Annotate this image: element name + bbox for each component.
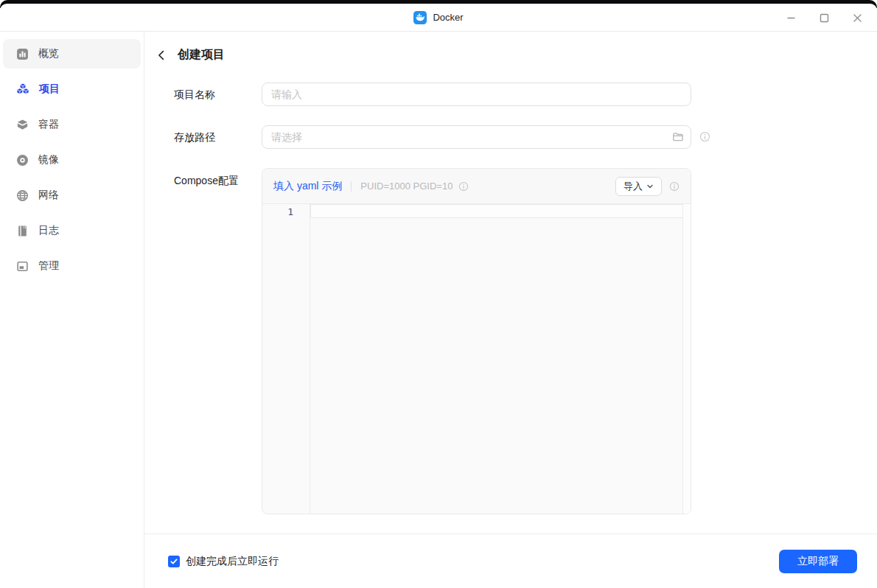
overview-icon xyxy=(16,48,29,60)
sidebar-item-network[interactable]: 网络 xyxy=(3,181,141,210)
yaml-example-link[interactable]: 填入 yaml 示例 xyxy=(273,180,342,193)
sidebar: 概览 项目 容器 xyxy=(0,32,144,588)
sidebar-item-containers[interactable]: 容器 xyxy=(3,110,141,139)
minimize-icon[interactable] xyxy=(781,8,800,27)
storage-path-label: 存放路径 xyxy=(174,125,215,149)
app-title: Docker xyxy=(413,11,463,24)
logs-icon xyxy=(16,225,29,237)
sidebar-item-logs[interactable]: 日志 xyxy=(3,216,141,245)
run-after-create-label: 创建完成后立即运行 xyxy=(186,555,279,568)
sidebar-item-label: 网络 xyxy=(38,189,59,202)
window-title: Docker xyxy=(433,12,463,23)
main-content: 创建项目 项目名称 存放路径 xyxy=(144,32,877,588)
sidebar-item-label: 概览 xyxy=(38,47,59,60)
project-name-label: 项目名称 xyxy=(174,83,215,106)
storage-path-input[interactable] xyxy=(262,125,691,149)
sidebar-item-manage[interactable]: 管理 xyxy=(3,251,141,281)
window-controls xyxy=(781,4,867,32)
docker-logo-icon xyxy=(413,11,427,24)
sidebar-item-label: 项目 xyxy=(39,83,60,96)
storage-path-info-icon[interactable] xyxy=(699,131,710,142)
editor-scrollbar-track[interactable] xyxy=(683,204,691,514)
folder-icon[interactable] xyxy=(672,131,684,146)
editor-active-line xyxy=(310,204,683,218)
back-icon[interactable] xyxy=(155,49,168,62)
compose-toolbar: 填入 yaml 示例 PUID=1000 PGID=10 导入 xyxy=(262,169,691,204)
import-button[interactable]: 导入 xyxy=(615,177,662,196)
images-icon xyxy=(16,154,29,167)
containers-icon xyxy=(16,119,29,131)
sidebar-item-overview[interactable]: 概览 xyxy=(3,39,141,69)
maximize-icon[interactable] xyxy=(814,8,834,27)
network-icon xyxy=(16,189,29,202)
env-hint-info-icon[interactable] xyxy=(458,181,469,192)
sidebar-item-label: 管理 xyxy=(38,259,59,273)
editor-line-number: 1 xyxy=(262,204,310,514)
sidebar-item-images[interactable]: 镜像 xyxy=(3,145,141,175)
toolbar-divider xyxy=(351,181,352,192)
sidebar-item-label: 镜像 xyxy=(38,153,59,167)
storage-path-field xyxy=(262,125,691,149)
compose-config-label: Compose配置 xyxy=(174,174,239,187)
project-name-input[interactable] xyxy=(262,83,691,106)
title-bar[interactable]: Docker xyxy=(0,4,877,32)
projects-icon xyxy=(16,83,29,96)
docker-app-window: Docker 概览 xyxy=(0,4,877,588)
yaml-editor[interactable]: 1 xyxy=(262,204,691,514)
deploy-button[interactable]: 立即部署 xyxy=(779,550,857,573)
check-icon xyxy=(170,557,178,566)
sidebar-item-projects[interactable]: 项目 xyxy=(3,74,141,104)
close-icon[interactable] xyxy=(848,8,867,27)
manage-icon xyxy=(16,260,29,273)
page-title: 创建项目 xyxy=(178,47,225,63)
env-hint-text: PUID=1000 PGID=10 xyxy=(360,181,453,192)
page-header: 创建项目 xyxy=(155,47,225,63)
chevron-down-icon xyxy=(646,183,654,190)
sidebar-item-label: 日志 xyxy=(38,224,59,237)
import-info-icon[interactable] xyxy=(669,181,679,192)
compose-config-box: 填入 yaml 示例 PUID=1000 PGID=10 导入 xyxy=(262,168,691,514)
footer-bar: 创建完成后立即运行 立即部署 xyxy=(144,533,877,588)
import-button-label: 导入 xyxy=(623,180,643,193)
sidebar-item-label: 容器 xyxy=(38,118,59,131)
run-after-create-checkbox[interactable] xyxy=(168,556,180,567)
